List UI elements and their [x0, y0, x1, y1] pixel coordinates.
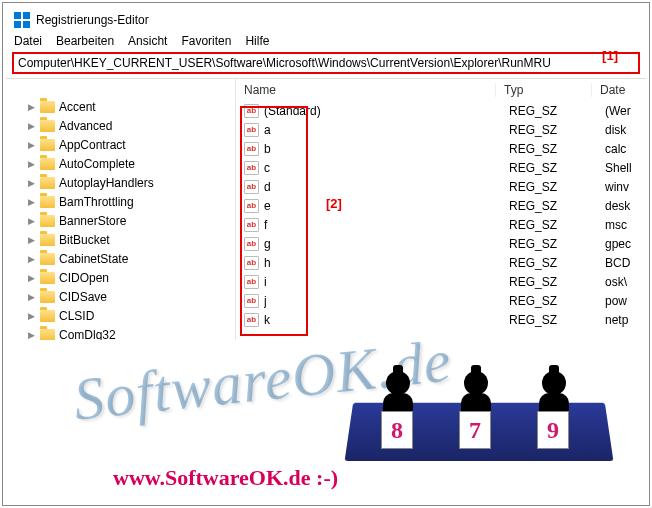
reg-string-icon: ab	[244, 180, 259, 194]
expand-caret-icon[interactable]: ▶	[28, 273, 36, 283]
value-type: REG_SZ	[501, 123, 597, 137]
expand-caret-icon[interactable]: ▶	[28, 121, 36, 131]
titlebar[interactable]: Registrierungs-Editor	[6, 6, 646, 32]
value-data: BCD	[597, 256, 646, 270]
value-row[interactable]: abdREG_SZwinv	[236, 177, 646, 196]
callout-1: [1]	[602, 48, 618, 63]
col-name[interactable]: Name	[236, 83, 496, 97]
tree-label: BitBucket	[59, 233, 110, 247]
value-row[interactable]: abjREG_SZpow	[236, 291, 646, 310]
value-row[interactable]: abbREG_SZcalc	[236, 139, 646, 158]
score-card-2: 7	[459, 411, 491, 449]
tree-label: AutoComplete	[59, 157, 135, 171]
expand-caret-icon[interactable]: ▶	[28, 140, 36, 150]
tree-item[interactable]: ▶Accent	[6, 97, 235, 116]
value-name: k	[264, 313, 501, 327]
value-row[interactable]: abeREG_SZdesk	[236, 196, 646, 215]
reg-string-icon: ab	[244, 161, 259, 175]
value-name: j	[264, 294, 501, 308]
expand-caret-icon[interactable]: ▶	[28, 330, 36, 340]
value-type: REG_SZ	[501, 161, 597, 175]
tree-label: CabinetState	[59, 252, 128, 266]
reg-string-icon: ab	[244, 256, 259, 270]
folder-icon	[40, 253, 55, 265]
value-row[interactable]: abhREG_SZBCD	[236, 253, 646, 272]
reg-string-icon: ab	[244, 313, 259, 327]
value-row[interactable]: abkREG_SZnetp	[236, 310, 646, 329]
judges-illustration: 8 7 9	[349, 341, 609, 461]
window-title: Registrierungs-Editor	[36, 13, 149, 27]
values-pane[interactable]: Name Typ Date ab(Standard)REG_SZ(WerabaR…	[236, 79, 646, 340]
col-type[interactable]: Typ	[496, 83, 592, 97]
value-data: (Wer	[597, 104, 646, 118]
tree-item[interactable]: ▶ComDlg32	[6, 325, 235, 340]
tree-pane[interactable]: ▶Accent▶Advanced▶AppContract▶AutoComplet…	[6, 79, 236, 340]
value-type: REG_SZ	[501, 142, 597, 156]
expand-caret-icon[interactable]: ▶	[28, 235, 36, 245]
value-type: REG_SZ	[501, 237, 597, 251]
folder-icon	[40, 234, 55, 246]
value-row[interactable]: abgREG_SZgpec	[236, 234, 646, 253]
tree-label: Accent	[59, 100, 96, 114]
value-data: Shell	[597, 161, 646, 175]
tree-label: Advanced	[59, 119, 112, 133]
tree-item[interactable]: ▶BitBucket	[6, 230, 235, 249]
value-name: c	[264, 161, 501, 175]
value-type: REG_SZ	[501, 294, 597, 308]
tree-label: CIDOpen	[59, 271, 109, 285]
value-row[interactable]: abcREG_SZShell	[236, 158, 646, 177]
tree-item[interactable]: ▶AppContract	[6, 135, 235, 154]
value-data: winv	[597, 180, 646, 194]
reg-string-icon: ab	[244, 123, 259, 137]
reg-string-icon: ab	[244, 104, 259, 118]
menu-edit[interactable]: Bearbeiten	[56, 34, 114, 48]
value-name: g	[264, 237, 501, 251]
footer-url: www.SoftwareOK.de :-)	[113, 465, 338, 491]
tree-item[interactable]: ▶CabinetState	[6, 249, 235, 268]
folder-icon	[40, 215, 55, 227]
tree-item[interactable]: ▶CIDOpen	[6, 268, 235, 287]
value-row[interactable]: abiREG_SZosk\	[236, 272, 646, 291]
tree-item[interactable]: ▶BamThrottling	[6, 192, 235, 211]
tree-item[interactable]: ▶BannerStore	[6, 211, 235, 230]
folder-icon	[40, 120, 55, 132]
tree-label: ComDlg32	[59, 328, 116, 341]
address-bar[interactable]: Computer\HKEY_CURRENT_USER\Software\Micr…	[12, 52, 640, 74]
tree-item[interactable]: ▶Advanced	[6, 116, 235, 135]
expand-caret-icon[interactable]: ▶	[28, 102, 36, 112]
list-header[interactable]: Name Typ Date	[236, 79, 646, 101]
tree-item[interactable]: ▶AutoComplete	[6, 154, 235, 173]
value-name: f	[264, 218, 501, 232]
value-row[interactable]: abfREG_SZmsc	[236, 215, 646, 234]
value-data: disk	[597, 123, 646, 137]
menu-view[interactable]: Ansicht	[128, 34, 167, 48]
tree-item[interactable]: ▶CIDSave	[6, 287, 235, 306]
menu-file[interactable]: Datei	[14, 34, 42, 48]
menu-favorites[interactable]: Favoriten	[181, 34, 231, 48]
expand-caret-icon[interactable]: ▶	[28, 292, 36, 302]
expand-caret-icon[interactable]: ▶	[28, 254, 36, 264]
expand-caret-icon[interactable]: ▶	[28, 216, 36, 226]
value-type: REG_SZ	[501, 199, 597, 213]
value-name: b	[264, 142, 501, 156]
expand-caret-icon[interactable]: ▶	[28, 197, 36, 207]
folder-icon	[40, 310, 55, 322]
menu-help[interactable]: Hilfe	[245, 34, 269, 48]
tree-label: BannerStore	[59, 214, 126, 228]
reg-string-icon: ab	[244, 199, 259, 213]
col-data[interactable]: Date	[592, 83, 646, 97]
value-data: pow	[597, 294, 646, 308]
folder-icon	[40, 329, 55, 341]
expand-caret-icon[interactable]: ▶	[28, 159, 36, 169]
value-name: a	[264, 123, 501, 137]
value-name: (Standard)	[264, 104, 501, 118]
expand-caret-icon[interactable]: ▶	[28, 311, 36, 321]
expand-caret-icon[interactable]: ▶	[28, 178, 36, 188]
tree-item[interactable]: ▶CLSID	[6, 306, 235, 325]
tree-label: CIDSave	[59, 290, 107, 304]
value-name: i	[264, 275, 501, 289]
tree-label: AppContract	[59, 138, 126, 152]
tree-item[interactable]: ▶AutoplayHandlers	[6, 173, 235, 192]
value-row[interactable]: ab(Standard)REG_SZ(Wer	[236, 101, 646, 120]
value-row[interactable]: abaREG_SZdisk	[236, 120, 646, 139]
